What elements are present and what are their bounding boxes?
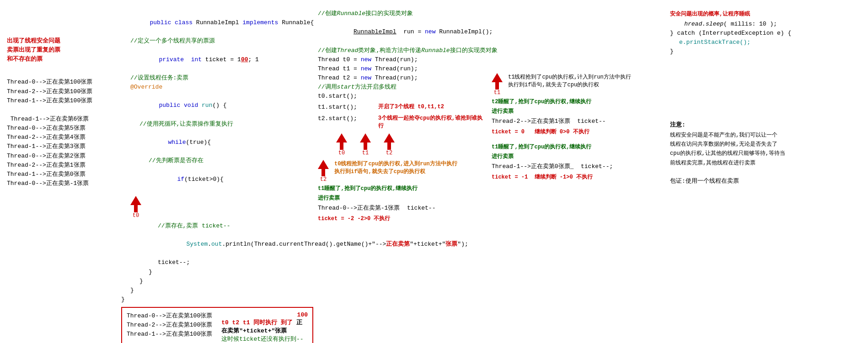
close-catch: } xyxy=(670,47,861,56)
close-brace-1: } xyxy=(121,268,313,277)
box-line2: Thread-2-->正在卖第100张票 xyxy=(127,321,212,330)
arrow-t0: t0 xyxy=(338,150,345,156)
thread-line-10: Thread-0-->正在卖第-1张票 xyxy=(7,179,117,188)
box-line3: Thread-1-->正在卖第100张票 xyxy=(127,330,212,339)
label-open3: 开启了3个线程 t0,t1,t2 xyxy=(378,103,444,111)
box-label1: t0 t2 t1 同时执行 到了 正在卖第"+ticket+"张票 xyxy=(221,318,308,335)
start-t2: t2.start(); xyxy=(318,114,357,123)
rm-thread-line: Thread-2-->正在卖第1张票 ticket-- xyxy=(492,117,661,126)
println-line: System.out.println(Thread.currentThread(… xyxy=(121,231,313,258)
comment-create-thread: //创建Thread类对象,构造方法中传递Runnable接口的实现类对象 xyxy=(318,46,487,55)
thread-line-9: Thread-1-->正在卖第0张票 xyxy=(7,170,117,179)
thread-t1: Thread t1 = new Thread(run); xyxy=(318,64,487,74)
if-line: if(ticket>0){ xyxy=(121,165,313,193)
thread-line-5: Thread-2-->正在卖第4张票 xyxy=(7,133,117,142)
middle-thread-line: Thread-0-->正在卖第-1张票 ticket-- xyxy=(318,204,487,213)
ticket-val-middle: ticket = -2 -2>0 不执行 xyxy=(318,215,487,222)
start-t0: t0.start(); xyxy=(318,92,487,101)
t1-thread-line: Thread-1-->正在卖第0张票_ ticket--; xyxy=(492,162,661,171)
desc-t1-sell: 进行卖票 xyxy=(318,194,487,202)
thread-line-1: Thread-2-->正在卖第100张票 xyxy=(7,87,117,96)
thread-line-6: Thread-1-->正在卖第3张票 xyxy=(7,142,117,151)
run-method: public void run() { xyxy=(121,92,313,119)
thread-line-4: Thread-0-->正在卖第5张票 xyxy=(7,124,117,133)
start-t1: t1.start(); xyxy=(318,103,357,112)
thread-t2: Thread t2 = new Thread(run); xyxy=(318,74,487,83)
label-3cpu: 3个线程一起抢夺cpu的执行权,谁抢到谁执行 xyxy=(378,114,487,130)
thread-line-8: Thread-2-->正在卖第1张票 xyxy=(7,161,117,170)
box-line1: Thread-0-->正在卖第100张票 xyxy=(127,311,212,321)
note-header: 注意: xyxy=(670,121,861,129)
t1-desc-cpu: t1线程抢到了cpu的执行权,计入到run方法中执行 xyxy=(508,73,631,81)
note-body: 线程安全问题是不能产生的,我们可以让一个 线程在访问共享数据的时候,无论是否失去… xyxy=(670,131,844,168)
close-brace-4: } xyxy=(121,295,313,304)
arrow-t2-single: t2 t0线程抢到了cpu的执行权,进入到run方法中执行 执行到if语句,就失… xyxy=(318,160,487,183)
highlight-box: Thread-0-->正在卖第100张票 Thread-2-->正在卖第100张… xyxy=(121,307,313,343)
ticket-decrement: ticket--; xyxy=(121,258,313,267)
t1-ticket-val: ticket = -1 继续判断 -1>0 不执行 xyxy=(492,173,661,181)
comment-sell: //票存在,卖票 ticket-- xyxy=(121,222,313,231)
comment-define: //定义一个多个线程共享的票源 xyxy=(121,37,313,46)
print-line: e.printStackTrace(); xyxy=(670,38,861,47)
box-label2: 这时候ticket还没有执行到-- xyxy=(221,335,308,343)
catch-line: } catch (InterruptedException e) { xyxy=(670,29,861,38)
arrow-t1-rm: t1 xyxy=(494,90,500,96)
comment-start: //调用start方法开启多线程 xyxy=(318,83,487,92)
t2-wake: t2睡醒了,抢到了cpu的执行权,继续执行 xyxy=(492,98,661,106)
header-line-1: 出现了线程安全问题 xyxy=(7,37,117,46)
code-panel: public class RunnableImpl implements Run… xyxy=(119,7,316,343)
t1-sell: 进行卖票 xyxy=(492,153,661,160)
header-line-2: 卖票出现了重复的票 xyxy=(7,46,117,55)
right-middle-panel: t1 t1线程抢到了cpu的执行权,计入到run方法中执行 执行到if语句,就失… xyxy=(489,7,663,343)
thread-t0: Thread t0 = new Thread(run); xyxy=(318,55,487,64)
private-line: private int ticket = 100; 1 xyxy=(121,46,313,74)
arrow-t1: t1 xyxy=(362,150,369,156)
arrow-t1-section: t1 t1线程抢到了cpu的执行权,计入到run方法中执行 执行到if语句,就失… xyxy=(492,73,661,96)
sleep-code: hread.sleep( millis: 10 ); xyxy=(670,20,861,29)
runnable-impl-line: RunnableImpl run = new RunnableImpl(); xyxy=(318,18,487,46)
desc-t0-cpu: t0线程抢到了cpu的执行权,进入到run方法中执行 xyxy=(334,160,457,168)
thread-line-3: Thread-1-->正在卖第6张票 xyxy=(7,115,117,124)
t2-sell: 进行卖票 xyxy=(492,107,661,115)
page-container: 出现了线程安全问题 卖票出现了重复的票 和不存在的票 Thread-0-->正在… xyxy=(0,0,868,343)
t1-wake: t1睡醒了,抢到了cpu的执行权,继续执行 xyxy=(492,143,661,151)
close-brace-3: } xyxy=(121,286,313,295)
thread-line-0: Thread-0-->正在卖第100张票 xyxy=(7,78,117,87)
arrow-t0-label: t0 xyxy=(133,212,139,219)
t1-desc-if: 执行到if语句,就失去了cpu的执行权 xyxy=(508,81,631,89)
box-number: 100 xyxy=(221,311,308,318)
desc-t0-if: 执行到if语句,就失去了cpu的执行权 xyxy=(334,168,457,175)
while-line: while(true){ xyxy=(121,129,313,156)
comment-loop: //使用死循环,让卖票操作重复执行 xyxy=(121,120,313,129)
thread-line-2: Thread-1-->正在卖第100张票 xyxy=(7,96,117,106)
middle-panel: //创建Runnable接口的实现类对象 RunnableImpl run = … xyxy=(316,7,489,343)
main-content: 出现了线程安全问题 卖票出现了重复的票 和不存在的票 Thread-0-->正在… xyxy=(0,5,868,343)
t1-section-rm: t1睡醒了,抢到了cpu的执行权,继续执行 进行卖票 Thread-1-->正在… xyxy=(492,143,661,181)
arrow-t2: t2 xyxy=(386,150,392,156)
desc-t1-wake: t1睡醒了,抢到了cpu的执行权,继续执行 xyxy=(318,185,487,192)
right-panel: 安全问题出现的概率,让程序睡眠 hread.sleep( millis: 10 … xyxy=(663,7,863,343)
override-annotation: @Override xyxy=(121,83,313,92)
class-line: public class RunnableImpl implements Run… xyxy=(121,9,313,37)
guarantee: 包证:使用一个线程在卖票 xyxy=(670,177,861,185)
arrow-t2-label: t2 xyxy=(320,176,327,183)
header-line-3: 和不存在的票 xyxy=(7,55,117,64)
arrows-group: t0 t1 t2 xyxy=(336,133,487,156)
comment-create-runnable: //创建Runnable接口的实现类对象 xyxy=(318,9,487,18)
left-panel: 出现了线程安全问题 卖票出现了重复的票 和不存在的票 Thread-0-->正在… xyxy=(5,7,119,343)
thread-line-7: Thread-0-->正在卖第2张票 xyxy=(7,152,117,161)
rm-ticket-val: ticket = 0 继续判断 0>0 不执行 xyxy=(492,128,661,136)
close-brace-2: } xyxy=(121,277,313,286)
sleep-comment: 安全问题出现的概率,让程序睡眠 xyxy=(670,10,750,18)
comment-task: //设置线程任务:卖票 xyxy=(121,74,313,83)
comment-check: //先判断票是否存在 xyxy=(121,156,313,165)
